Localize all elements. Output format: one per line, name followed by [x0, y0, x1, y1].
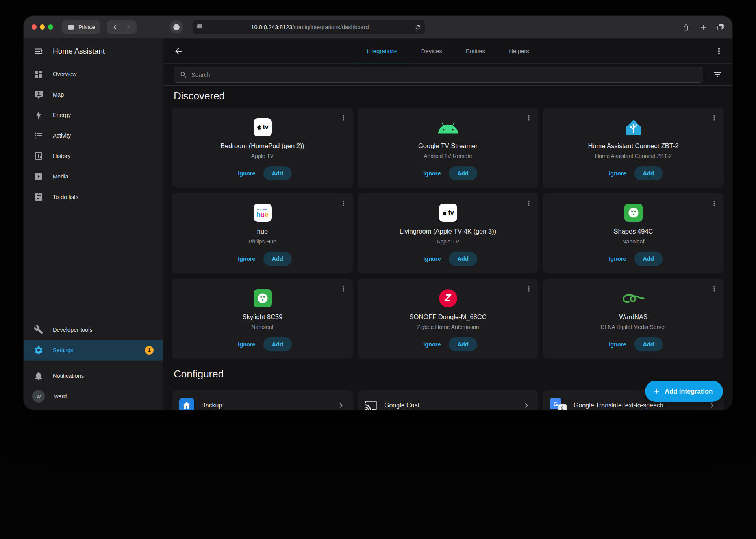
- add-button[interactable]: Add: [449, 166, 477, 180]
- back-arrow-button[interactable]: [174, 46, 183, 56]
- card-menu-button[interactable]: [338, 198, 349, 209]
- browser-sidebar-icon[interactable]: [67, 24, 74, 31]
- sidebar-item-label: Media: [53, 173, 69, 180]
- tab-devices[interactable]: Devices: [410, 39, 454, 63]
- search-box[interactable]: [174, 67, 703, 83]
- add-button[interactable]: Add: [634, 337, 663, 351]
- add-integration-label: Add integration: [665, 388, 713, 395]
- integration-subtitle: DLNA Digital Media Server: [549, 324, 717, 330]
- minimize-window-button[interactable]: [40, 24, 45, 30]
- close-window-button[interactable]: [32, 24, 37, 30]
- sidebar-divider: [24, 363, 163, 363]
- backup-icon: [179, 398, 194, 410]
- integration-name: SONOFF Dongle-M_68CC: [364, 313, 532, 321]
- tab-overview-button[interactable]: [717, 23, 724, 31]
- sidebar-item-label: Activity: [53, 132, 71, 139]
- card-menu-button[interactable]: [709, 198, 720, 209]
- integration-name: WardNAS: [549, 313, 717, 321]
- new-tab-button[interactable]: [699, 23, 707, 31]
- configured-grid: Backup Google Cast G文 Google Translate t…: [172, 390, 724, 410]
- add-button[interactable]: Add: [449, 337, 477, 351]
- ignore-button[interactable]: Ignore: [604, 167, 631, 180]
- sidebar-item-todo[interactable]: To-do lists: [24, 187, 163, 207]
- add-button[interactable]: Add: [634, 252, 663, 266]
- address-bar[interactable]: 10.0.0.243:8123/config/integrations/dash…: [193, 20, 425, 34]
- ignore-button[interactable]: Ignore: [419, 167, 445, 180]
- sidebar-item-activity[interactable]: Activity: [24, 125, 163, 146]
- wrench-icon: [34, 325, 43, 335]
- sidebar-item-label: History: [53, 153, 70, 159]
- ignore-button[interactable]: Ignore: [419, 252, 445, 266]
- back-button[interactable]: [108, 22, 122, 33]
- add-button[interactable]: Add: [449, 252, 477, 266]
- sidebar-item-label: Notifications: [53, 373, 84, 379]
- sidebar-item-media[interactable]: Media: [24, 166, 163, 187]
- card-menu-button[interactable]: [338, 283, 349, 294]
- tab-helpers[interactable]: Helpers: [497, 39, 541, 63]
- ignore-button[interactable]: Ignore: [233, 338, 260, 351]
- share-button[interactable]: [682, 23, 690, 31]
- forward-button[interactable]: [122, 22, 135, 33]
- tab-integrations[interactable]: Integrations: [355, 39, 409, 63]
- integration-subtitle: Zigbee Home Automation: [364, 324, 532, 330]
- sidebar-toggle-icon[interactable]: [34, 46, 43, 56]
- history-nav-group: [107, 20, 137, 34]
- zigbee-z: Z: [445, 292, 451, 304]
- home-assistant-app: Home Assistant Overview Map Energy Activ…: [24, 39, 732, 410]
- zoom-window-button[interactable]: [48, 24, 53, 30]
- user-name-label: ward: [54, 393, 67, 400]
- configured-item-backup[interactable]: Backup: [172, 390, 353, 410]
- chevron-right-icon: [336, 401, 346, 410]
- add-button[interactable]: Add: [263, 252, 292, 266]
- sidebar-item-settings[interactable]: Settings 1: [24, 340, 163, 361]
- card-menu-button[interactable]: [709, 283, 720, 294]
- configured-heading: Configured: [174, 368, 724, 380]
- card-menu-button[interactable]: [338, 112, 349, 123]
- add-integration-button[interactable]: Add integration: [645, 381, 723, 402]
- play-box-icon: [34, 172, 43, 181]
- reload-button[interactable]: [415, 24, 421, 30]
- ignore-button[interactable]: Ignore: [604, 338, 631, 351]
- main-panel: Integrations Devices Entities Helpers: [163, 39, 732, 410]
- sidebar-item-developer-tools[interactable]: Developer tools: [24, 320, 163, 340]
- sidebar-item-history[interactable]: History: [24, 146, 163, 166]
- map-account-icon: [34, 90, 43, 99]
- search-input[interactable]: [191, 71, 697, 78]
- integration-name: Skylight 8C59: [178, 313, 346, 321]
- app-title: Home Assistant: [53, 47, 105, 56]
- reader-icon[interactable]: [196, 23, 203, 31]
- sidebar-item-notifications[interactable]: Notifications: [24, 366, 163, 386]
- add-button[interactable]: Add: [263, 337, 292, 351]
- config-tabs: Integrations Devices Entities Helpers: [355, 39, 541, 63]
- filter-icon[interactable]: [713, 70, 722, 80]
- integration-subtitle: Apple TV: [364, 238, 532, 245]
- ignore-button[interactable]: Ignore: [233, 167, 260, 180]
- overflow-menu-button[interactable]: [714, 46, 724, 56]
- nanoleaf-icon: [624, 204, 643, 222]
- sidebar-item-user[interactable]: w ward: [24, 386, 163, 407]
- sidebar-item-overview[interactable]: Overview: [24, 64, 163, 84]
- sidebar-item-map[interactable]: Map: [24, 84, 163, 105]
- dashboard-icon: [34, 69, 43, 79]
- tv-glyph: tv: [263, 123, 268, 131]
- card-menu-button[interactable]: [523, 283, 534, 294]
- ignore-button[interactable]: Ignore: [604, 252, 631, 266]
- integration-name: Livingroom (Apple TV 4K (gen 3)): [364, 228, 532, 235]
- downloads-button[interactable]: [170, 20, 183, 34]
- add-button[interactable]: Add: [263, 166, 292, 180]
- tab-entities[interactable]: Entities: [454, 39, 497, 63]
- google-translate-icon: G文: [550, 398, 567, 410]
- bell-icon: [34, 371, 43, 381]
- card-menu-button[interactable]: [523, 198, 534, 209]
- sidebar-item-energy[interactable]: Energy: [24, 105, 163, 125]
- add-button[interactable]: Add: [634, 166, 663, 180]
- discovered-card-sonoff: Z SONOFF Dongle-M_68CC Zigbee Home Autom…: [358, 279, 538, 359]
- ignore-button[interactable]: Ignore: [419, 338, 445, 351]
- configured-item-google-cast[interactable]: Google Cast: [358, 390, 538, 410]
- integration-subtitle: Apple TV: [178, 153, 346, 159]
- card-menu-button[interactable]: [523, 112, 534, 123]
- config-topbar: Integrations Devices Entities Helpers: [163, 39, 732, 64]
- card-menu-button[interactable]: [709, 112, 720, 123]
- ignore-button[interactable]: Ignore: [233, 252, 260, 266]
- translate-char: 文: [558, 404, 567, 410]
